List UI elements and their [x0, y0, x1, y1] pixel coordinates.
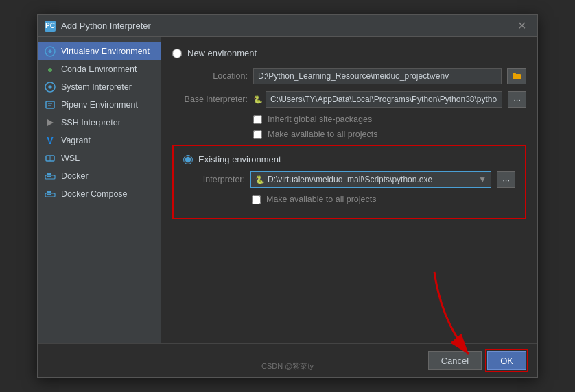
base-interp-group: Base interpreter: 🐍 ···: [172, 91, 526, 108]
interp-python-icon: 🐍: [255, 175, 265, 184]
vagrant-icon: V: [45, 135, 56, 146]
ok-button-wrapper: OK: [487, 351, 526, 370]
base-interp-input[interactable]: [266, 91, 502, 108]
system-icon: [45, 82, 56, 93]
interpreter-value: D:\virtualenv\meiduo_mall\Scripts\python…: [268, 175, 476, 184]
inherit-checkbox[interactable]: [253, 115, 262, 124]
svg-rect-11: [47, 176, 49, 177]
existing-env-label: Existing environment: [198, 154, 281, 164]
make-available-existing-label: Make available to all projects: [266, 195, 377, 204]
close-button[interactable]: ✕: [513, 18, 530, 34]
location-group: Location:: [172, 68, 526, 84]
sidebar-item-docker-compose[interactable]: Docker Compose: [38, 185, 161, 203]
sidebar-item-docker-label: Docker: [61, 171, 89, 181]
sidebar-item-pipenv-label: Pipenv Environment: [61, 100, 138, 110]
svg-rect-16: [47, 194, 49, 195]
title-bar: PC Add Python Interpreter ✕: [38, 15, 537, 37]
base-interp-label: Base interpreter:: [172, 95, 248, 104]
virtualenv-icon: [45, 46, 56, 57]
sidebar-item-wsl[interactable]: WSL: [38, 149, 161, 167]
sidebar-item-ssh[interactable]: SSH Interpreter: [38, 114, 161, 132]
sidebar-item-vagrant[interactable]: V Vagrant: [38, 132, 161, 149]
conda-icon: ●: [45, 64, 56, 75]
location-browse-button[interactable]: [507, 68, 526, 84]
sidebar-item-system-label: System Interpreter: [61, 82, 132, 92]
sidebar-item-virtualenv-label: Virtualenv Environment: [61, 47, 150, 56]
make-available-existing-checkbox[interactable]: [252, 195, 261, 204]
make-available-new-label: Make available to all projects: [268, 130, 378, 139]
dropdown-arrow-icon: ▼: [478, 175, 486, 184]
make-available-new-checkbox-row: Make available to all projects: [172, 130, 526, 139]
svg-rect-10: [49, 173, 51, 175]
dialog-title: Add Python Interpreter: [61, 21, 151, 31]
interpreter-select[interactable]: 🐍 D:\virtualenv\meiduo_mall\Scripts\pyth…: [250, 171, 491, 188]
svg-rect-9: [47, 173, 49, 175]
ssh-icon: [45, 117, 56, 128]
existing-env-radio[interactable]: [183, 155, 193, 164]
new-env-label: New environment: [187, 48, 257, 58]
main-content: New environment Location: Base interpret…: [161, 37, 537, 343]
pipenv-icon: [45, 99, 56, 110]
existing-env-section: Existing environment Interpreter: 🐍 D:\v…: [172, 145, 526, 219]
python-flag-icon: 🐍: [253, 95, 263, 104]
sidebar-item-docker[interactable]: Docker: [38, 167, 161, 185]
svg-rect-19: [513, 73, 516, 75]
location-label: Location:: [172, 71, 248, 81]
new-env-radio[interactable]: [172, 49, 182, 58]
sidebar: Virtualenv Environment ● Conda Environme…: [38, 37, 161, 343]
docker-icon: [45, 171, 56, 182]
interpreter-row: Interpreter: 🐍 D:\virtualenv\meiduo_mall…: [183, 171, 515, 188]
add-python-interpreter-dialog: PC Add Python Interpreter ✕ Virtualenv E…: [37, 14, 538, 378]
svg-rect-18: [513, 74, 521, 79]
new-env-radio-row: New environment: [172, 48, 526, 58]
inherit-checkbox-row: Inherit global site-packages: [172, 114, 526, 124]
sidebar-item-conda[interactable]: ● Conda Environment: [38, 60, 161, 78]
sidebar-item-vagrant-label: Vagrant: [61, 136, 91, 145]
base-interp-ellipsis-button[interactable]: ···: [508, 91, 526, 108]
sidebar-item-wsl-label: WSL: [61, 154, 80, 163]
make-available-new-checkbox[interactable]: [253, 130, 262, 139]
existing-env-radio-row: Existing environment: [183, 154, 515, 164]
sidebar-item-docker-compose-label: Docker Compose: [61, 189, 128, 199]
svg-rect-14: [47, 191, 49, 193]
sidebar-item-virtualenv[interactable]: Virtualenv Environment: [38, 42, 161, 60]
dialog-footer: Cancel OK: [38, 343, 537, 377]
sidebar-item-ssh-label: SSH Interpreter: [61, 118, 121, 127]
svg-rect-15: [49, 191, 51, 193]
folder-icon: [512, 71, 521, 81]
title-icon: PC: [45, 21, 56, 32]
svg-rect-17: [49, 194, 51, 195]
wsl-icon: [45, 153, 56, 164]
svg-rect-2: [46, 101, 54, 108]
interpreter-ellipsis-button[interactable]: ···: [497, 171, 515, 188]
svg-rect-12: [49, 176, 51, 177]
location-input[interactable]: [253, 68, 502, 84]
inherit-label: Inherit global site-packages: [268, 114, 372, 124]
sidebar-item-system[interactable]: System Interpreter: [38, 78, 161, 96]
cancel-button[interactable]: Cancel: [428, 351, 482, 370]
interpreter-label: Interpreter:: [183, 175, 245, 184]
ok-button[interactable]: OK: [487, 351, 526, 370]
make-available-existing-checkbox-row: Make available to all projects: [183, 195, 515, 204]
svg-marker-5: [47, 119, 54, 126]
sidebar-item-pipenv[interactable]: Pipenv Environment: [38, 96, 161, 114]
sidebar-item-conda-label: Conda Environment: [61, 64, 137, 74]
docker-compose-icon: [45, 188, 56, 199]
